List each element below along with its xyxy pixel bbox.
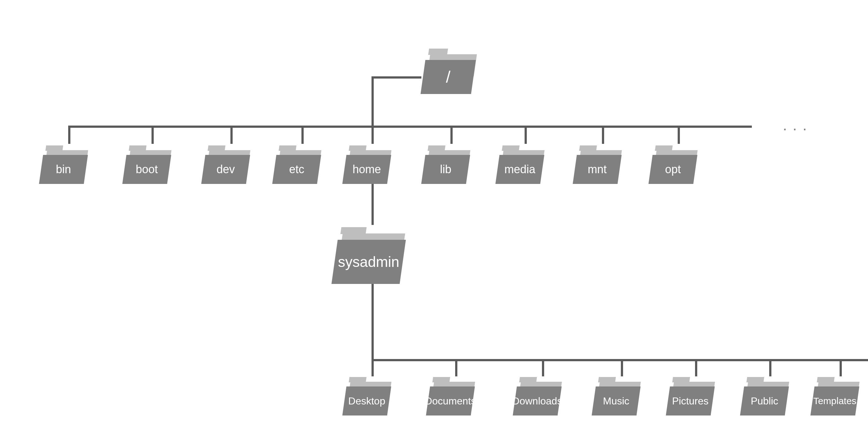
connector-root-horizontal [372, 76, 422, 78]
connector-level3-drop-public [769, 359, 771, 376]
folder-label-etc: etc [274, 155, 319, 184]
folder-label-dev: dev [203, 155, 248, 184]
connector-level3-drop-downloads [542, 359, 544, 376]
folder-label-templates: Templates [808, 387, 862, 416]
connector-level3-drop-documents [455, 359, 457, 376]
folder-label-home: home [344, 155, 389, 184]
connector-level1-drop-media [525, 126, 527, 144]
folder-label-pictures: Pictures [668, 387, 713, 416]
connector-level3-drop-pictures [695, 359, 697, 376]
connector-root-vertical [372, 76, 374, 127]
connector-level1-drop-lib [451, 126, 453, 144]
connector-level1-drop-dev [230, 126, 232, 144]
connector-level1-bar [68, 126, 752, 128]
folder-label-opt: opt [651, 155, 695, 184]
connector-level3-drop-templates [840, 359, 842, 376]
connector-level1-drop-mnt [602, 126, 604, 144]
connector-level3-bar [372, 359, 868, 361]
folder-label-root: / [423, 60, 473, 94]
folder-label-music: Music [594, 387, 639, 416]
connector-level1-drop-bin [68, 126, 70, 144]
connector-level1-drop-opt [678, 126, 680, 144]
connector-sysadmin-vertical [372, 284, 374, 361]
folder-label-desktop: Desktop [344, 387, 389, 416]
ellipsis: ... [783, 118, 812, 133]
folder-label-downloads: Downloads [507, 387, 567, 416]
folder-label-bin: bin [41, 155, 86, 184]
connector-level3-drop-music [621, 359, 623, 376]
connector-level1-drop-boot [152, 126, 154, 144]
connector-level1-drop-home [372, 126, 374, 144]
folder-label-lib: lib [423, 155, 468, 184]
folder-label-documents: Documents [420, 387, 481, 416]
connector-home-sysadmin [372, 184, 374, 225]
folder-label-mnt: mnt [575, 155, 620, 184]
folder-label-media: media [497, 155, 542, 184]
folder-label-sysadmin: sysadmin [335, 240, 403, 284]
connector-level1-drop-etc [302, 126, 304, 144]
connector-level3-drop-desktop [372, 359, 374, 376]
folder-label-public: Public [742, 387, 787, 416]
folder-label-boot: boot [124, 155, 169, 184]
